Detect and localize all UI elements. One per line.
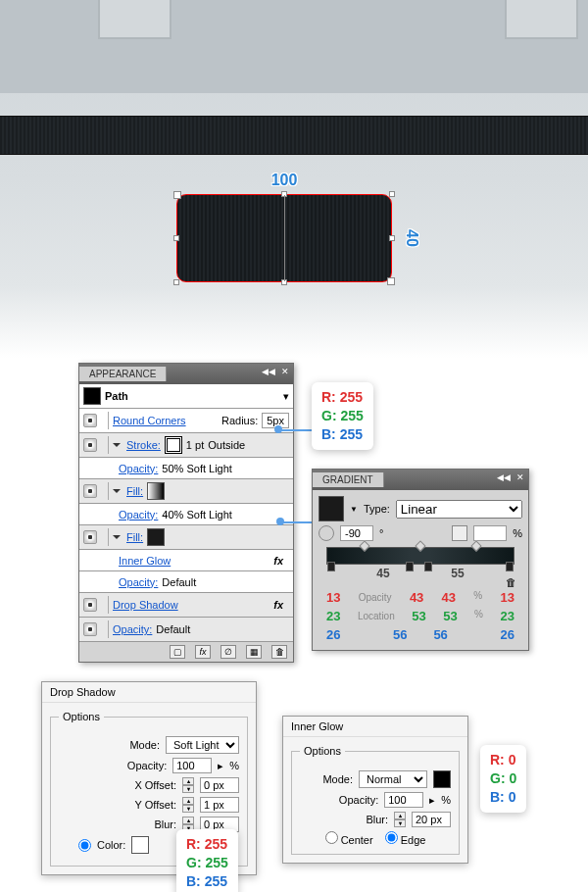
opacity-link[interactable]: Opacity: — [119, 509, 158, 520]
dropdown-icon[interactable]: ▼ — [350, 505, 358, 514]
fill-swatch[interactable] — [147, 482, 165, 500]
eye-icon[interactable] — [83, 530, 97, 544]
dropdown-icon[interactable]: ▸ — [218, 760, 223, 772]
center-radio-label[interactable]: Center — [325, 831, 373, 846]
angle-field[interactable] — [340, 525, 373, 541]
ratio-field[interactable] — [473, 525, 507, 541]
fill-link[interactable]: Fill: — [126, 485, 143, 497]
row-drop-shadow[interactable]: Drop Shadow fx — [79, 593, 293, 618]
stop-b: 56 — [433, 627, 447, 642]
stroke-swatch[interactable] — [165, 436, 182, 454]
opacity-label: Opacity: — [339, 794, 378, 806]
y-offset-field[interactable] — [200, 797, 239, 813]
opacity-link[interactable]: Opacity: — [119, 463, 158, 474]
panel-footer: ▢ fx ∅ ▦ 🗑 — [79, 642, 293, 662]
panel-tab-appearance[interactable]: APPEARANCE — [79, 367, 167, 381]
fx-menu-icon[interactable]: fx — [195, 645, 211, 659]
rgb-callout-glow: R: 0 G: 0 B: 0 — [480, 745, 526, 813]
panel-tab-gradient[interactable]: GRADIENT — [313, 472, 384, 487]
row-stroke[interactable]: Stroke: 1 pt Outside — [79, 433, 293, 458]
inner-glow-link[interactable]: Inner Glow — [119, 555, 171, 567]
appearance-panel[interactable]: APPEARANCE ◀◀✕ Path ▾ Round Corners Radi… — [78, 363, 294, 663]
reverse-icon[interactable] — [452, 525, 467, 541]
resize-handle[interactable] — [389, 235, 395, 241]
row-fill1-opacity[interactable]: Opacity: 40% Soft Light — [79, 504, 293, 525]
panel-header[interactable]: APPEARANCE ◀◀✕ — [79, 364, 293, 384]
eye-icon[interactable] — [83, 438, 97, 452]
connector-dot — [274, 425, 282, 433]
stepper[interactable]: ▴▾ — [182, 777, 194, 793]
inner-glow-dialog[interactable]: Inner Glow Options Mode: Normal Opacity:… — [282, 716, 468, 864]
opacity-field[interactable] — [384, 792, 423, 808]
stepper[interactable]: ▴▾ — [182, 797, 194, 813]
drop-shadow-link[interactable]: Drop Shadow — [113, 599, 178, 611]
b-value: B: 0 — [490, 788, 516, 807]
collapse-icon[interactable]: ◀◀ — [497, 472, 511, 487]
color-swatch[interactable] — [131, 836, 149, 854]
stepper[interactable]: ▴▾ — [394, 812, 406, 827]
gradient-type-select[interactable]: Linear — [396, 500, 522, 519]
gradient-stop[interactable] — [424, 562, 432, 571]
clear-icon[interactable]: ∅ — [220, 645, 236, 659]
round-corners-link[interactable]: Round Corners — [113, 415, 186, 426]
gradient-preview[interactable] — [318, 496, 344, 521]
row-round-corners[interactable]: Round Corners Radius: 5px — [79, 409, 293, 433]
row-fill-1[interactable]: Fill: — [79, 479, 293, 504]
eye-icon[interactable] — [83, 414, 97, 427]
gradient-track[interactable] — [326, 547, 514, 565]
no-fill-icon[interactable]: ▢ — [170, 645, 185, 659]
expand-icon[interactable] — [113, 489, 121, 493]
notch-shape — [505, 0, 578, 39]
delete-stop-icon[interactable]: 🗑 — [505, 576, 516, 588]
expand-icon[interactable] — [113, 535, 121, 539]
fill-swatch[interactable] — [147, 528, 165, 546]
stroke-link[interactable]: Stroke: — [126, 439, 161, 451]
panel-header[interactable]: GRADIENT ◀◀✕ — [313, 470, 528, 490]
eye-icon[interactable] — [83, 484, 97, 498]
gradient-stop[interactable] — [327, 562, 335, 571]
resize-handle[interactable] — [389, 191, 395, 197]
gradient-panel[interactable]: GRADIENT ◀◀✕ ▼ Type: Linear ° % 45 55 — [312, 469, 529, 651]
stop-b: 26 — [326, 627, 340, 642]
midpoint-handle[interactable] — [360, 540, 370, 551]
menu-icon[interactable]: ▾ — [283, 390, 289, 403]
row-stroke-opacity[interactable]: Opacity: 50% Soft Light — [79, 458, 293, 479]
glow-color-swatch[interactable] — [433, 770, 451, 788]
canvas-preview: 100 40 — [0, 0, 588, 358]
row-inner-glow[interactable]: Inner Glow fx — [79, 550, 293, 571]
edge-radio-label[interactable]: Edge — [385, 831, 426, 846]
collapse-icon[interactable]: ◀◀ — [262, 367, 275, 381]
mode-select[interactable]: Soft Light — [166, 736, 239, 754]
resize-handle[interactable] — [173, 235, 179, 241]
stop-r: 43 — [442, 590, 456, 605]
selected-rectangle[interactable]: 100 40 — [176, 194, 392, 282]
row-fill-2[interactable]: Fill: — [79, 525, 293, 550]
x-offset-field[interactable] — [200, 777, 239, 793]
dropdown-icon[interactable]: ▸ — [429, 794, 435, 807]
blur-field[interactable] — [412, 812, 451, 827]
opacity-link[interactable]: Opacity: — [119, 576, 158, 588]
gradient-stop[interactable] — [506, 562, 514, 571]
new-icon[interactable]: ▦ — [246, 645, 262, 659]
resize-handle[interactable] — [173, 279, 179, 285]
angle-dial[interactable] — [318, 525, 334, 541]
gradient-stop[interactable] — [406, 562, 414, 571]
trash-icon[interactable]: 🗑 — [271, 645, 287, 659]
pct: % — [441, 794, 451, 806]
eye-icon[interactable] — [83, 598, 97, 612]
mode-select[interactable]: Normal — [359, 770, 427, 788]
row-fill2-opacity[interactable]: Opacity: Default — [79, 571, 293, 593]
edge-radio[interactable] — [385, 831, 398, 844]
opacity-link[interactable]: Opacity: — [113, 623, 152, 635]
fill-link[interactable]: Fill: — [126, 531, 143, 543]
center-radio[interactable] — [325, 831, 338, 844]
color-radio[interactable] — [78, 839, 91, 852]
row-default-opacity[interactable]: Opacity: Default — [79, 618, 293, 642]
midpoint-handle[interactable] — [416, 540, 426, 551]
eye-icon[interactable] — [83, 622, 97, 636]
opacity-field[interactable] — [172, 758, 212, 773]
expand-icon[interactable] — [113, 443, 121, 447]
close-icon[interactable]: ✕ — [281, 367, 289, 381]
close-icon[interactable]: ✕ — [516, 472, 524, 487]
midpoint-handle[interactable] — [471, 540, 482, 551]
